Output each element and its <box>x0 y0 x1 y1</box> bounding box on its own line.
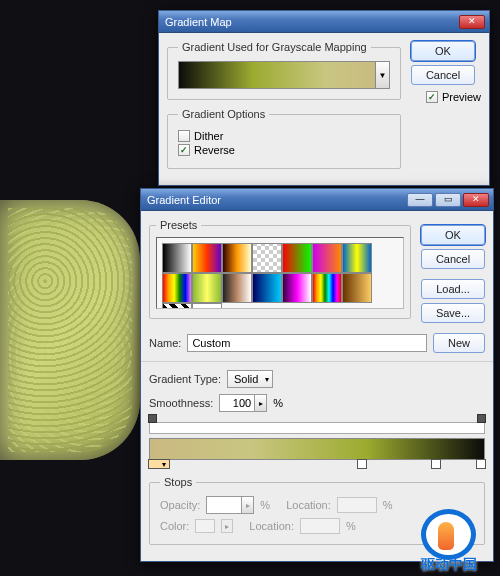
watermark-logo-icon <box>421 509 476 560</box>
cancel-button[interactable]: Cancel <box>421 249 485 269</box>
new-button[interactable]: New <box>433 333 485 353</box>
reverse-label: Reverse <box>194 144 235 156</box>
gmap-fs2-legend: Gradient Options <box>178 108 269 120</box>
preset-swatch[interactable] <box>282 273 312 303</box>
save-button[interactable]: Save... <box>421 303 485 323</box>
preset-swatch[interactable] <box>312 243 342 273</box>
preview-label: Preview <box>442 91 481 103</box>
preset-swatch[interactable] <box>282 243 312 273</box>
checkbox-icon <box>178 130 190 142</box>
color-label: Color: <box>160 520 189 532</box>
gmap-gradient-fieldset: Gradient Used for Grayscale Mapping ▼ <box>167 41 401 100</box>
watermark: 驱动中国 <box>401 509 496 574</box>
gradient-edit-bar[interactable] <box>149 438 485 460</box>
name-label: Name: <box>149 337 181 349</box>
gmap-titlebar[interactable]: Gradient Map ✕ <box>159 11 489 33</box>
gmap-title: Gradient Map <box>163 16 457 28</box>
presets-legend: Presets <box>156 219 201 231</box>
gradient-preview-bar[interactable]: ▼ <box>178 61 390 89</box>
opacity-input <box>206 496 242 514</box>
minimize-icon[interactable]: — <box>407 193 433 207</box>
gradient-editor-window: Gradient Editor — ▭ ✕ Presets OK Cancel … <box>140 188 494 562</box>
preset-swatch[interactable] <box>252 273 282 303</box>
color-stop[interactable] <box>476 459 486 469</box>
pct-label: % <box>273 397 283 409</box>
dither-label: Dither <box>194 130 223 142</box>
gradient-map-window: Gradient Map ✕ Gradient Used for Graysca… <box>158 10 490 186</box>
preset-swatch[interactable] <box>342 243 372 273</box>
ged-title: Gradient Editor <box>145 194 405 206</box>
opacity-stop-left[interactable] <box>148 414 157 423</box>
preset-swatch[interactable] <box>312 273 342 303</box>
close-icon[interactable]: ✕ <box>459 15 485 29</box>
spinner-arrow-icon[interactable]: ▸ <box>255 394 267 412</box>
preset-swatch[interactable] <box>192 273 222 303</box>
color-dropdown-icon: ▸ <box>221 519 233 533</box>
smoothness-input[interactable] <box>219 394 255 412</box>
gmap-fs1-legend: Gradient Used for Grayscale Mapping <box>178 41 371 53</box>
preset-swatch[interactable] <box>222 273 252 303</box>
cancel-button[interactable]: Cancel <box>411 65 475 85</box>
ok-button[interactable]: OK <box>421 225 485 245</box>
close-icon[interactable]: ✕ <box>463 193 489 207</box>
color-stop[interactable] <box>431 459 441 469</box>
spinner-arrow-icon: ▸ <box>242 496 254 514</box>
reverse-checkbox[interactable]: ✓ Reverse <box>178 144 390 156</box>
background-artwork <box>0 200 140 460</box>
gradient-type-select[interactable]: Solid <box>227 370 273 388</box>
preset-swatch[interactable] <box>252 243 282 273</box>
load-button[interactable]: Load... <box>421 279 485 299</box>
smoothness-spinner[interactable]: ▸ <box>219 394 267 412</box>
name-input[interactable] <box>187 334 427 352</box>
dither-checkbox[interactable]: Dither <box>178 130 390 142</box>
checkbox-icon: ✓ <box>426 91 438 103</box>
gmap-options-fieldset: Gradient Options Dither ✓ Reverse <box>167 108 401 169</box>
smooth-label: Smoothness: <box>149 397 213 409</box>
preview-checkbox[interactable]: ✓ Preview <box>411 91 481 103</box>
color-stop[interactable] <box>148 459 170 469</box>
preset-swatch[interactable] <box>162 273 192 303</box>
preset-swatch[interactable] <box>222 243 252 273</box>
presets-fieldset: Presets <box>149 219 411 319</box>
stops-legend: Stops <box>160 476 196 488</box>
location-input <box>300 518 340 534</box>
location-label: Location: <box>286 499 331 511</box>
presets-grid <box>156 237 404 309</box>
location-label: Location: <box>249 520 294 532</box>
preset-swatch[interactable] <box>192 303 222 309</box>
preset-swatch[interactable] <box>162 243 192 273</box>
preset-swatch[interactable] <box>342 273 372 303</box>
color-swatch <box>195 519 215 533</box>
opacity-rail[interactable] <box>149 422 485 434</box>
location-input <box>337 497 377 513</box>
checkbox-icon: ✓ <box>178 144 190 156</box>
ged-titlebar[interactable]: Gradient Editor — ▭ ✕ <box>141 189 493 211</box>
maximize-icon[interactable]: ▭ <box>435 193 461 207</box>
opacity-stop-right[interactable] <box>477 414 486 423</box>
ok-button[interactable]: OK <box>411 41 475 61</box>
gradient-dropdown-icon[interactable]: ▼ <box>375 62 389 88</box>
preset-swatch[interactable] <box>162 303 192 309</box>
color-stop[interactable] <box>357 459 367 469</box>
preset-swatch[interactable] <box>192 243 222 273</box>
gtype-label: Gradient Type: <box>149 373 221 385</box>
opacity-label: Opacity: <box>160 499 200 511</box>
